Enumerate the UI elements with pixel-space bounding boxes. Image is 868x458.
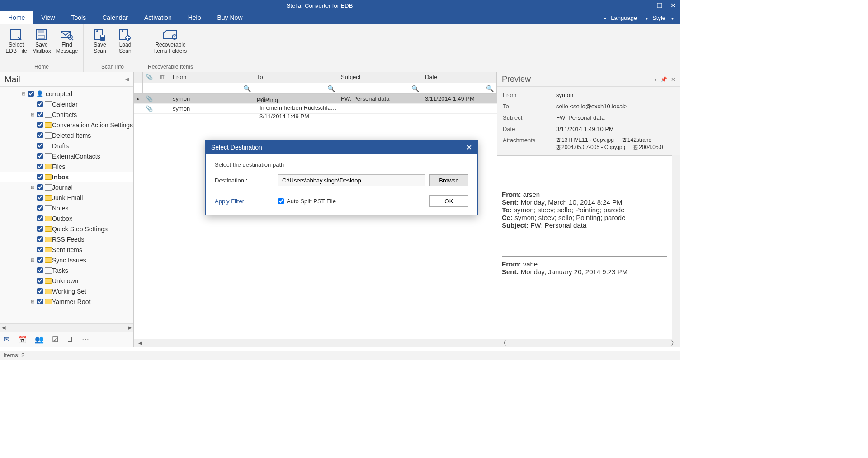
preview-close-icon[interactable]: ✕ (671, 76, 675, 83)
column-from[interactable]: From (170, 72, 254, 83)
attachment-item[interactable]: 2004.05.07-005 - Copy.jpg (556, 144, 625, 150)
tab-activation[interactable]: Activation (136, 11, 180, 24)
tree-checkbox[interactable] (37, 122, 43, 128)
tree-checkbox[interactable] (37, 236, 43, 242)
tree-checkbox[interactable] (37, 278, 43, 284)
style-dropdown-caret2[interactable] (668, 14, 675, 21)
tree-checkbox[interactable] (37, 299, 43, 304)
restore-icon[interactable]: ❐ (653, 2, 666, 9)
preview-pin-icon[interactable]: 📌 (660, 76, 667, 83)
tab-home[interactable]: Home (0, 11, 33, 24)
more-views-icon[interactable]: ⋯ (82, 335, 89, 344)
mail-view-icon[interactable]: ✉ (4, 335, 9, 344)
column-to[interactable]: To (254, 72, 338, 83)
tab-tools[interactable]: Tools (63, 11, 94, 24)
save-mailbox-button[interactable]: Save Mailbox (29, 26, 54, 56)
save-scan-button[interactable]: Save Scan (87, 26, 113, 56)
sidebar-item-externalcontacts[interactable]: ExternalContacts (0, 151, 133, 161)
sidebar-item-working-set[interactable]: Working Set (0, 286, 133, 296)
tree-checkbox[interactable] (37, 164, 43, 169)
expand-icon[interactable]: ⊞ (30, 299, 35, 304)
expand-icon[interactable]: ⊞ (30, 112, 35, 117)
search-icon[interactable]: 🔍 (327, 85, 335, 92)
style-dropdown[interactable]: Style (651, 14, 667, 21)
tab-buy-now[interactable]: Buy Now (209, 11, 250, 24)
select-edb-file-button[interactable]: Select EDB File (4, 26, 29, 56)
sidebar-item-conversation-action-settings[interactable]: Conversation Action Settings (0, 120, 133, 130)
expand-icon[interactable]: ⊞ (30, 257, 35, 262)
sidebar-item-sync-issues[interactable]: ⊞ Sync Issues (0, 255, 133, 265)
tree-checkbox[interactable] (37, 101, 43, 107)
preview-scrollbar-vertical[interactable] (672, 155, 680, 339)
sidebar-item-quick-step-settings[interactable]: Quick Step Settings (0, 224, 133, 234)
tree-checkbox[interactable] (37, 195, 43, 201)
search-icon[interactable]: 🔍 (243, 85, 251, 92)
tree-checkbox[interactable] (37, 257, 43, 263)
language-dropdown[interactable]: Language (609, 14, 639, 21)
preview-scrollbar-horizontal[interactable]: 〈〉 (497, 339, 680, 347)
sidebar-item-contacts[interactable]: ⊞ Contacts (0, 109, 133, 120)
preview-dropdown-icon[interactable]: ▾ (654, 76, 657, 83)
load-scan-button[interactable]: Load Scan (113, 26, 138, 56)
message-row[interactable]: 📎symonPointing In einem herben Rückschla… (134, 104, 497, 114)
tree-checkbox[interactable] (37, 143, 43, 149)
style-dropdown-caret[interactable] (642, 14, 650, 21)
notes-view-icon[interactable]: 🗒 (66, 336, 74, 344)
recoverable-items-button[interactable]: Recoverable Items Folders (146, 26, 195, 56)
sidebar-item-outbox[interactable]: Outbox (0, 213, 133, 224)
tab-calendar[interactable]: Calendar (94, 11, 136, 24)
attachment-item[interactable]: 2004.05.0 (633, 144, 663, 150)
sidebar-item-calendar[interactable]: Calendar (0, 99, 133, 109)
column-subject[interactable]: Subject (338, 72, 422, 83)
sidebar-item-files[interactable]: Files (0, 161, 133, 172)
sidebar-item-drafts[interactable]: Drafts (0, 140, 133, 151)
tab-view[interactable]: View (33, 11, 63, 24)
search-icon[interactable]: 🔍 (411, 85, 419, 92)
attachment-item[interactable]: 142stranc (622, 137, 651, 143)
apply-filter-link[interactable]: Apply Filter (215, 198, 278, 205)
sidebar-item-rss-feeds[interactable]: RSS Feeds (0, 234, 133, 244)
tree-checkbox[interactable] (37, 247, 43, 252)
tree-root[interactable]: ⊟ corrupted (0, 89, 133, 99)
tree-checkbox[interactable] (37, 174, 43, 180)
auto-split-checkbox[interactable] (278, 198, 284, 204)
sidebar-item-notes[interactable]: Notes (0, 203, 133, 213)
dialog-close-icon[interactable]: ✕ (466, 143, 472, 152)
sidebar-item-inbox[interactable]: Inbox (0, 172, 133, 182)
ok-button[interactable]: OK (429, 195, 468, 207)
find-message-button[interactable]: Find Message (54, 26, 80, 56)
tree-checkbox[interactable] (37, 226, 43, 232)
close-icon[interactable]: ✕ (666, 2, 680, 9)
contacts-view-icon[interactable]: 👥 (35, 335, 44, 344)
tasks-view-icon[interactable]: ☑ (52, 335, 58, 344)
sidebar-scrollbar-horizontal[interactable]: ◀▶ (0, 323, 133, 332)
calendar-view-icon[interactable]: 📅 (18, 335, 27, 344)
sidebar-item-junk-email[interactable]: Junk Email (0, 192, 133, 203)
tree-checkbox[interactable] (37, 215, 43, 221)
tree-checkbox[interactable] (37, 132, 43, 138)
column-date[interactable]: Date (422, 72, 497, 83)
expand-icon[interactable]: ⊟ (21, 91, 26, 96)
delete-column-icon[interactable]: 🗑 (156, 72, 170, 83)
expand-icon[interactable]: ⊞ (30, 185, 35, 190)
language-dropdown-caret[interactable] (601, 14, 608, 21)
sidebar-item-unknown[interactable]: Unknown (0, 276, 133, 286)
tree-checkbox[interactable] (37, 184, 43, 190)
minimize-icon[interactable]: — (639, 2, 653, 9)
tree-checkbox[interactable] (37, 288, 43, 294)
sidebar-collapse-icon[interactable]: ◀ (125, 76, 129, 82)
sidebar-item-yammer-root[interactable]: ⊞ Yammer Root (0, 296, 133, 307)
tree-checkbox[interactable] (37, 267, 43, 273)
tree-checkbox[interactable] (37, 205, 43, 211)
sidebar-item-journal[interactable]: ⊞ Journal (0, 182, 133, 192)
browse-button[interactable]: Browse (429, 174, 468, 186)
attachment-column-icon[interactable]: 📎 (143, 72, 156, 83)
sidebar-item-tasks[interactable]: Tasks (0, 265, 133, 276)
attachment-item[interactable]: 13THVE11 - Copy.jpg (556, 137, 614, 143)
destination-input[interactable] (278, 174, 425, 186)
tab-help[interactable]: Help (180, 11, 209, 24)
tree-checkbox[interactable] (37, 112, 43, 117)
tree-checkbox[interactable] (37, 153, 43, 159)
search-icon[interactable]: 🔍 (486, 85, 494, 92)
sidebar-item-sent-items[interactable]: Sent Items (0, 244, 133, 255)
